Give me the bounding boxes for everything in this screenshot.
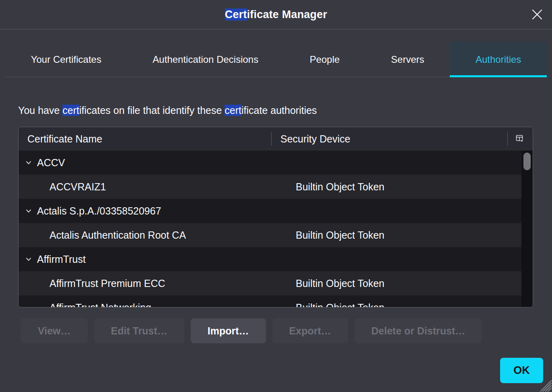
certificate-name-label: Actalis Authentication Root CA [49, 229, 186, 241]
column-picker-button[interactable] [508, 127, 533, 151]
close-button[interactable] [528, 5, 546, 24]
dialog-title: Certificate Manager [225, 8, 327, 21]
tab-servers[interactable]: Servers [365, 42, 450, 77]
tab-your-certificates[interactable]: Your Certificates [5, 42, 127, 77]
delete-or-distrust-button[interactable]: Delete or Distrust… [354, 318, 482, 343]
certificate-group-row[interactable]: ACCV [19, 151, 533, 175]
view-button[interactable]: View… [21, 318, 88, 343]
edit-trust-button[interactable]: Edit Trust… [94, 318, 184, 343]
table-header: Certificate Name Security Device [19, 127, 533, 151]
column-header-security-device[interactable]: Security Device [272, 133, 507, 145]
certificate-manager-dialog: { "window": { "title_parts": [ {"text": … [0, 0, 552, 392]
certificate-name-cell: Actalis Authentication Root CA [19, 229, 294, 241]
find-highlight: cert [62, 105, 79, 116]
text-fragment: ificate authorities [241, 105, 317, 116]
chevron-down-icon[interactable] [25, 159, 32, 166]
certificate-row[interactable]: ACCVRAIZ1Builtin Object Token [19, 175, 533, 199]
resize-grip-icon[interactable] [536, 376, 552, 392]
certificate-name-label: AffirmTrust Premium ECC [49, 278, 165, 289]
certificate-name-cell: AffirmTrust [19, 254, 263, 265]
certificates-table: Certificate Name Security Device ACCVACC… [18, 127, 533, 307]
tab-people[interactable]: People [284, 42, 365, 77]
text-fragment: You have [18, 105, 62, 116]
certificate-name-label: ACCV [37, 157, 65, 169]
certificate-group-row[interactable]: Actalis S.p.A./03358520967 [19, 199, 533, 223]
certificate-row[interactable]: AffirmTrust Premium ECCBuiltin Object To… [19, 271, 533, 295]
certificate-name-cell: ACCVRAIZ1 [19, 181, 294, 193]
certificate-name-label: ACCVRAIZ1 [49, 181, 106, 193]
column-picker-icon [515, 134, 525, 144]
security-device-cell: Builtin Object Token [294, 302, 533, 308]
certificate-name-cell: ACCV [19, 157, 263, 169]
find-highlight: Cert [225, 8, 247, 21]
tab-authentication-decisions[interactable]: Authentication Decisions [127, 42, 284, 77]
scrollbar-thumb[interactable] [523, 153, 531, 170]
certificate-name-label: AffirmTrust [37, 254, 86, 265]
certificate-group-row[interactable]: AffirmTrust [19, 247, 533, 271]
security-device-cell: Builtin Object Token [294, 278, 533, 289]
text-fragment: ificate Manager [247, 8, 327, 21]
certificate-row[interactable]: AffirmTrust NetworkingBuiltin Object Tok… [19, 295, 533, 307]
scrollbar-track[interactable] [521, 151, 533, 307]
tab-authorities[interactable]: Authorities [450, 42, 547, 77]
action-button-row: View…Edit Trust…Import…Export…Delete or … [21, 318, 534, 343]
certificate-name-label: AffirmTrust Networking [49, 302, 151, 308]
security-device-cell: Builtin Object Token [294, 229, 533, 241]
certificate-name-cell: AffirmTrust Premium ECC [19, 278, 294, 289]
export-button[interactable]: Export… [272, 318, 348, 343]
find-highlight: cert [225, 105, 241, 116]
security-device-cell: Builtin Object Token [294, 181, 533, 193]
close-icon [531, 8, 543, 21]
tab-bar: Your CertificatesAuthentication Decision… [5, 42, 547, 77]
import-button[interactable]: Import… [191, 318, 266, 343]
column-header-certificate-name[interactable]: Certificate Name [19, 133, 271, 145]
chevron-down-icon[interactable] [25, 208, 32, 214]
text-fragment: ificates on file that identify these [79, 105, 225, 116]
certificate-name-cell: AffirmTrust Networking [19, 302, 294, 308]
title-bar: Certificate Manager [0, 0, 552, 29]
chevron-down-icon[interactable] [25, 256, 32, 262]
description-text: You have certificates on file that ident… [18, 104, 534, 117]
table-body: ACCVACCVRAIZ1Builtin Object TokenActalis… [19, 151, 533, 307]
certificate-name-label: Actalis S.p.A./03358520967 [37, 205, 161, 217]
certificate-row[interactable]: Actalis Authentication Root CABuiltin Ob… [19, 223, 533, 247]
certificate-name-cell: Actalis S.p.A./03358520967 [19, 205, 263, 217]
